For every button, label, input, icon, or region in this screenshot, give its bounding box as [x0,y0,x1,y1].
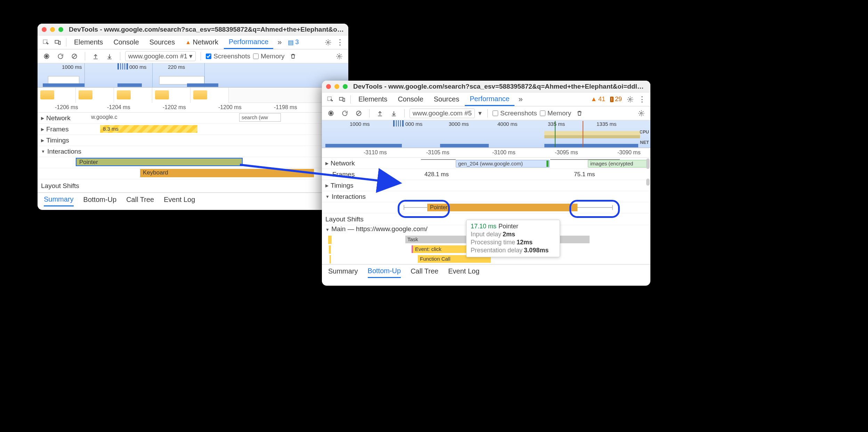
chevron-right-icon[interactable]: ▶ [325,161,328,166]
issues-badge[interactable]: !29 [608,96,624,103]
perf-settings-icon[interactable] [636,108,647,119]
track-network[interactable]: ▶Network w.google.c search (ww [38,113,348,124]
upload-icon[interactable] [374,108,386,119]
close-icon[interactable] [326,84,331,89]
record-icon[interactable] [41,51,52,62]
tab-elements[interactable]: Elements [69,35,108,49]
memory-checkbox[interactable]: Memory [540,109,571,117]
minimize-icon[interactable] [50,27,55,32]
record-icon[interactable] [325,108,336,119]
settings-icon[interactable] [323,37,334,48]
chevron-down-icon[interactable]: ▾ [478,109,482,117]
vertical-scrollbar[interactable] [646,158,650,169]
titlebar[interactable]: DevTools - www.google.com/search?sca_esv… [38,24,348,35]
device-toolbar-icon[interactable] [52,37,63,48]
recording-selector[interactable]: www.google.com #1 ▾ [125,51,196,61]
interaction-pointer-bar[interactable]: Pointer [76,158,243,166]
chevron-down-icon[interactable]: ▼ [41,149,45,154]
download-icon[interactable] [104,51,115,62]
inspect-element-icon[interactable] [40,37,51,48]
filmstrip-thumb[interactable] [152,88,190,103]
tab-call-tree[interactable]: Call Tree [411,264,438,278]
vertical-scrollbar[interactable] [646,179,650,186]
track-timings[interactable]: ▶Timings [322,180,650,191]
settings-icon[interactable] [625,94,636,105]
tab-console[interactable]: Console [393,92,428,106]
time-ruler[interactable]: -1206 ms -1204 ms -1202 ms -1200 ms -119… [38,103,348,113]
chevron-down-icon[interactable]: ▼ [325,194,330,199]
more-tabs-icon[interactable]: » [274,37,285,48]
chevron-right-icon[interactable]: ▶ [41,138,44,143]
time-ruler[interactable]: -3110 ms -3105 ms -3100 ms -3095 ms -309… [322,148,650,158]
filmstrip-thumb[interactable] [114,88,152,103]
tab-performance[interactable]: Performance [224,35,274,49]
filmstrip[interactable] [38,88,348,103]
titlebar[interactable]: DevTools - www.google.com/search?sca_esv… [322,81,650,92]
tab-call-tree[interactable]: Call Tree [126,193,154,206]
tab-sources[interactable]: Sources [145,35,180,49]
issues-badge[interactable]: ▤3 [286,39,301,46]
details-tabs: Summary Bottom-Up Call Tree Event Log [38,193,348,206]
network-request-bar[interactable]: gen_204 (www.google.com) [456,160,550,168]
filmstrip-thumb[interactable] [190,88,229,103]
device-toolbar-icon[interactable] [336,94,348,105]
memory-checkbox[interactable]: Memory [253,52,285,60]
chevron-right-icon[interactable]: ▶ [325,183,328,188]
inspect-element-icon[interactable] [325,94,336,105]
filmstrip-thumb[interactable] [76,88,114,103]
recording-selector[interactable]: www.google.com #5 [409,108,475,118]
close-icon[interactable] [42,27,47,32]
chevron-right-icon[interactable]: ▶ [41,127,44,132]
reload-icon[interactable] [55,51,66,62]
track-network[interactable]: ▶Network gen_204 (www.google.com) images… [322,158,650,169]
screenshots-checkbox[interactable]: Screenshots [493,109,537,117]
interaction-pointer-row[interactable]: Pointer [38,157,348,168]
clear-icon[interactable] [69,51,80,62]
tab-sources[interactable]: Sources [429,92,464,106]
tab-summary[interactable]: Summary [328,264,358,278]
network-request-bar[interactable]: images (encrypted [588,160,647,168]
tab-network[interactable]: ▲ Network [180,35,223,49]
track-layout-shifts[interactable]: Layout Shifts [38,179,348,193]
tab-console[interactable]: Console [108,35,144,49]
screenshots-checkbox[interactable]: Screenshots [206,52,250,60]
chevron-down-icon[interactable]: ▼ [325,227,330,232]
overview-handle[interactable] [117,63,128,70]
tab-summary[interactable]: Summary [44,193,74,206]
maximize-icon[interactable] [58,27,63,32]
overview-timeline[interactable]: 1000 ms 000 ms 220 ms [38,63,348,88]
network-request-box[interactable]: search (ww [239,113,281,122]
overview-handle[interactable] [393,120,404,127]
kebab-menu-icon[interactable]: ⋮ [636,94,648,105]
tab-event-log[interactable]: Event Log [164,193,195,206]
trash-icon[interactable] [287,51,299,62]
frame-bar[interactable]: 8.3 ms [100,125,197,133]
tab-performance[interactable]: Performance [465,92,514,106]
filmstrip-thumb[interactable] [38,88,76,103]
interaction-keyboard-row[interactable]: Keyboard [38,168,348,179]
tab-event-log[interactable]: Event Log [448,264,479,278]
tab-bottom-up[interactable]: Bottom-Up [83,193,117,206]
interaction-keyboard-bar[interactable]: Keyboard [140,169,314,177]
chevron-right-icon[interactable]: ▶ [41,116,44,121]
warnings-badge[interactable]: ▲41 [589,96,607,103]
kebab-menu-icon[interactable]: ⋮ [334,37,346,48]
upload-icon[interactable] [90,51,101,62]
track-timings[interactable]: ▶Timings [38,135,348,146]
tab-bottom-up[interactable]: Bottom-Up [368,264,401,278]
tab-elements[interactable]: Elements [354,92,392,106]
trash-icon[interactable] [574,108,585,119]
more-tabs-icon[interactable]: » [515,94,526,105]
reload-icon[interactable] [339,108,350,119]
perf-settings-icon[interactable] [334,51,345,62]
track-frames[interactable]: Frames 428.1 ms 75.1 ms [322,169,650,180]
interaction-pointer-bar-body[interactable] [451,204,577,211]
overview-timeline[interactable]: 1000 ms 000 ms 3000 ms 4000 ms 335 ms 13… [322,120,650,148]
maximize-icon[interactable] [343,84,348,89]
overview-tick: 220 ms [168,64,185,70]
track-interactions[interactable]: ▼Interactions [38,146,348,157]
minimize-icon[interactable] [334,84,339,89]
download-icon[interactable] [388,108,399,119]
clear-icon[interactable] [353,108,364,119]
track-frames[interactable]: ▶Frames 8.3 ms [38,124,348,135]
